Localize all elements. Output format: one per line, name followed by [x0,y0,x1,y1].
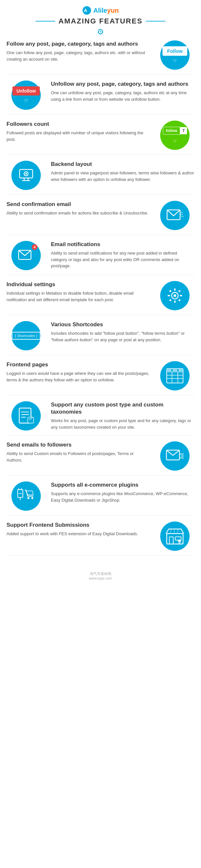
page-title: AMAZING FEATURES [58,17,143,25]
feature-custom-post: Support any custom post type and custom … [6,401,195,435]
unfollow-button[interactable]: Unfollow [12,86,39,95]
shortcodes-icon-block: [ Shortcodes ] [6,321,46,350]
send-emails-circle [160,441,190,471]
custom-post-icon-block [6,401,46,431]
email-notif-icon-block: 4 [6,241,46,270]
cursor-icon: ☞ [172,57,177,64]
follow-count-label: follow [163,127,180,135]
feature-text-frontend: Frontend pages Logged in users would hav… [6,361,155,383]
feature-follow-post: Follow any post, page, category, tags an… [6,40,195,75]
ecommerce-icon-block [6,482,46,511]
feature-desc-shortcodes: Includes shortcodes to add "follow post … [51,330,195,343]
svg-rect-25 [168,295,170,296]
feature-title-backend: Backend layout [51,161,195,168]
feature-title-follow-post: Follow any post, page, category, tags an… [6,40,150,48]
feature-desc-settings: Individual settings in Metabox to disabl… [6,290,150,303]
feature-desc-ecommerce: Supports any e-commerce plugins like Woo… [51,491,195,503]
feature-desc-backend: Admin panel to view page/post wise follo… [51,170,195,183]
logo-text: Alileyun [93,7,119,14]
confirm-email-icon-block [155,201,195,230]
logo-icon: A [82,6,91,15]
page-wrapper: A Alileyun AMAZING FEATURES ⚙ Follow any… [0,0,201,585]
follow-icon-block: Follow ☞ [155,40,195,70]
svg-rect-38 [173,369,177,371]
feature-frontend-pages: Frontend pages Logged in users would hav… [6,361,195,395]
feature-desc-follow-post: One can follow any post, page, category,… [6,50,150,62]
followers-count-circle: follow 7 ☞ [160,121,190,150]
fes-store-svg [166,527,184,545]
feature-individual-settings: Individual settings Individual settings … [6,281,195,315]
feature-desc-confirm-email: Ability to send confirmation emails for … [6,210,150,216]
send-emails-icon-block [155,441,195,471]
follow-button[interactable]: Follow [163,46,187,56]
svg-rect-37 [167,369,171,371]
svg-line-62 [174,529,175,534]
feature-text-follow-post: Follow any post, page, category, tags an… [6,40,155,62]
follow-count-widget: follow 7 [163,127,186,135]
header: A Alileyun AMAZING FEATURES ⚙ [0,0,201,40]
follow-button-circle: Follow ☞ [160,40,190,70]
feature-shortcodes: [ Shortcodes ] Various Shortcodes Includ… [6,321,195,355]
feature-desc-frontend: Logged in users would have a page where … [6,370,150,383]
feature-text-ecommerce: Supports all e-commerce plugins Supports… [46,482,195,503]
unfollow-button-circle: Unfollow ☞ [11,81,41,110]
unfollow-icon-block: Unfollow ☞ [6,81,46,110]
feature-title-settings: Individual settings [6,281,150,288]
feature-confirm-email: Send confirmation email Ability to send … [6,201,195,235]
followers-count-icon-block: follow 7 ☞ [155,121,195,150]
feature-text-backend: Backend layout Admin panel to view page/… [46,161,195,183]
settings-circle [160,281,190,310]
feature-title-ecommerce: Supports all e-commerce plugins [51,482,195,489]
feature-text-shortcodes: Various Shortcodes Includes shortcodes t… [46,321,195,343]
watermark-text: 淘气哥素材网 [90,572,111,576]
svg-point-57 [31,497,33,499]
feature-text-fes: Support Frontend Submissions Added suppo… [6,522,155,537]
settings-icon-block [155,281,195,310]
feature-title-followers-count: Followers count [6,121,150,128]
svg-rect-26 [180,295,182,296]
feature-title-send-emails: Send emails to followers [6,441,150,448]
svg-rect-27 [169,290,171,292]
ecommerce-circle [11,482,41,511]
feature-text-confirm-email: Send confirmation email Ability to send … [6,201,155,216]
svg-point-45 [29,418,30,420]
follow-count-number: 7 [180,127,187,134]
logo: A Alileyun [3,6,198,15]
feature-text-send-emails: Send emails to followers Ability to send… [6,441,155,463]
feature-text-unfollow: Unfollow any post, page, category, tags … [46,81,195,102]
features-container: Follow any post, page, category, tags an… [0,40,201,568]
svg-line-61 [170,529,171,534]
svg-rect-44 [28,417,34,423]
watermark-url: www.tyge.com [89,576,112,580]
feature-text-custom-post: Support any custom post type and custom … [46,401,195,430]
feature-title-shortcodes: Various Shortcodes [51,321,195,328]
header-line-right [146,21,166,22]
feature-title-email-notif: Email notifications [51,241,195,248]
svg-rect-23 [174,288,176,291]
feature-fes: Support Frontend Submissions Added suppo… [6,522,195,556]
custom-post-circle [11,401,41,431]
feature-desc-fes: Added support to work with FES extension… [6,531,150,537]
frontend-icon-block [155,361,195,391]
ecommerce-cart-svg [17,488,35,504]
feature-desc-email-notif: Ability to send email notifications for … [51,250,195,269]
custom-post-svg [18,407,34,424]
unfollow-cursor-icon: ☞ [24,97,29,104]
svg-rect-28 [178,290,180,292]
confirm-email-circle [160,201,190,230]
email-notif-svg [18,249,34,262]
feature-title-frontend: Frontend pages [6,361,150,368]
header-title-row: AMAZING FEATURES [3,17,198,25]
email-notif-circle: 4 [11,241,41,270]
backend-circle [11,161,41,190]
feature-followers-count: Followers count Followed posts are displ… [6,121,195,155]
settings-gear-svg [166,287,184,304]
svg-rect-29 [169,299,171,301]
feature-text-email-notif: Email notifications Ability to send emai… [46,241,195,269]
feature-unfollow: Unfollow ☞ Unfollow any post, page, cate… [6,81,195,115]
confirm-email-svg [166,209,183,222]
backend-icon-block [6,161,46,190]
feature-desc-followers-count: Followed posts are displayed with number… [6,130,150,143]
feature-desc-send-emails: Ability to send Custom emails to Followe… [6,451,150,463]
svg-rect-24 [174,301,176,303]
